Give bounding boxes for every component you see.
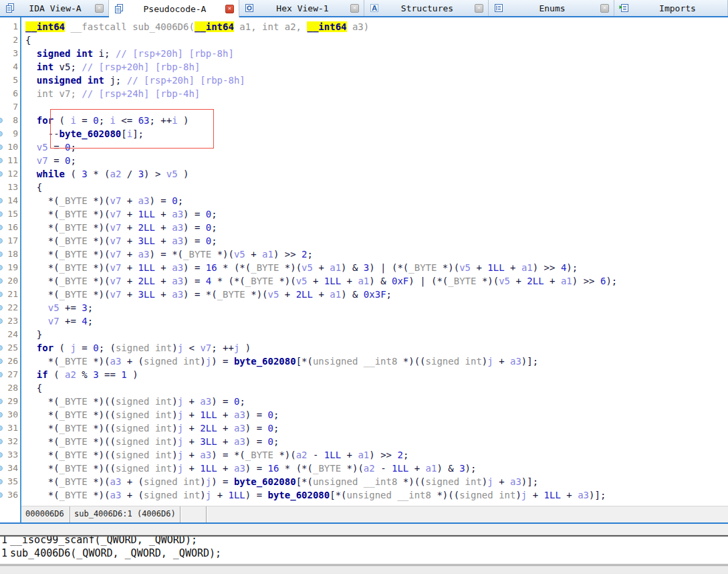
code-line[interactable]: 2{ (0, 33, 728, 47)
code-token[interactable]: v5 (166, 169, 178, 179)
code-token[interactable]: ) = (183, 235, 206, 246)
code-token[interactable]: + (217, 463, 234, 474)
code-token[interactable]: a3 (110, 476, 121, 487)
code-token[interactable]: v7 (110, 209, 121, 219)
code-token[interactable]: j (178, 463, 183, 474)
code-token[interactable]: + (211, 490, 228, 500)
code-token[interactable]: 0 (172, 195, 177, 206)
code-token[interactable]: // [rsp+24h] [rbp-4h] (82, 88, 200, 99)
code-token[interactable]: + (527, 490, 543, 500)
code-token[interactable]: *( (25, 396, 59, 407)
code-line[interactable]: 20 *(_BYTE *)(v7 + 2LL + a3) = 4 * (*(_B… (0, 274, 728, 288)
code-token[interactable]: _BYTE (313, 463, 341, 474)
code-token[interactable]: ) (172, 423, 177, 434)
code-token[interactable]: ) = (211, 396, 234, 407)
code-token[interactable]: _BYTE (59, 356, 88, 367)
code-token[interactable]: _BYTE (59, 235, 88, 246)
code-token[interactable]: unsigned __int8 (313, 476, 397, 487)
code-token[interactable]: signed int (116, 450, 172, 460)
code-token[interactable]: a3 (234, 409, 245, 420)
code-token[interactable]: 2LL (138, 276, 155, 286)
code-token[interactable]: 0 (93, 343, 98, 353)
code-token[interactable]: *( (25, 235, 59, 246)
code-token[interactable]: ) = (245, 490, 268, 500)
code-token[interactable]: j (206, 356, 211, 367)
code-token[interactable]: a3 (234, 423, 245, 434)
code-token[interactable]: 3LL (200, 436, 217, 447)
code-token[interactable]: a1 (262, 249, 273, 260)
code-token[interactable]: *)( (476, 276, 499, 286)
code-token[interactable]: // [rsp+20h] [rbp-8h] (127, 75, 245, 86)
code-token[interactable]: *)(( (88, 463, 116, 474)
code-token[interactable]: 0 (206, 235, 211, 246)
code-token[interactable]: ) (172, 450, 177, 460)
code-token[interactable]: )]; (521, 476, 538, 487)
code-token[interactable]: _BYTE (59, 476, 88, 487)
code-token[interactable]: signed int (116, 396, 172, 407)
code-token[interactable]: *( (25, 276, 59, 286)
code-token[interactable]: v7 (25, 155, 48, 166)
code-line[interactable]: 23 v7 += 4; (0, 314, 728, 328)
code-token[interactable]: ) & (369, 276, 392, 286)
code-token[interactable]: a1 (330, 289, 341, 300)
code-token[interactable]: // [rsp+20h] [rbp-8h] (82, 62, 200, 72)
code-token[interactable]: v5; (53, 62, 82, 72)
code-token[interactable]: ; (211, 209, 217, 219)
code-token[interactable]: ); (465, 463, 477, 474)
code-token[interactable]: signed int (116, 409, 172, 420)
code-token[interactable]: v5 (499, 276, 510, 286)
code-token[interactable]: 2LL (200, 423, 217, 434)
code-token[interactable]: + (217, 409, 234, 420)
code-line[interactable]: 3 signed int i; // [rsp+20h] [rbp-8h] (0, 47, 728, 60)
code-token[interactable]: ) = (149, 195, 172, 206)
code-token[interactable]: a1, int a2, (234, 21, 308, 32)
code-token[interactable]: *( (25, 249, 59, 260)
code-line[interactable]: 22 v5 += 3; (0, 301, 728, 314)
code-token[interactable]: 2LL (138, 222, 155, 233)
code-token[interactable]: ) (200, 476, 205, 487)
code-token[interactable]: ; (88, 302, 93, 313)
code-token[interactable]: a1 (330, 262, 341, 273)
code-token[interactable]: a3 (138, 195, 150, 206)
code-token[interactable]: _BYTE (448, 276, 476, 286)
code-token[interactable]: ) = (245, 423, 268, 434)
code-line[interactable]: 33 *(_BYTE *)((signed int)j + a3) = *(_B… (0, 448, 728, 462)
code-token[interactable]: ) >> (572, 276, 600, 286)
code-line[interactable]: 18 *(_BYTE *)(v7 + a3) = *(_BYTE *)(v5 +… (0, 248, 728, 261)
code-token[interactable]: // [rsp+20h] [rbp-8h] (116, 48, 234, 59)
code-token[interactable]: a2 (110, 169, 121, 179)
code-token[interactable]: unsigned __int8 (347, 490, 431, 500)
code-token[interactable]: byte_602080 (268, 490, 330, 500)
code-token[interactable]: j (178, 396, 183, 407)
code-line[interactable]: 24 } (0, 328, 728, 341)
code-token[interactable]: j (178, 343, 183, 353)
code-token[interactable]: _BYTE (59, 423, 88, 434)
code-token[interactable]: ; (273, 423, 279, 434)
close-tab-button[interactable]: ✕ (350, 4, 359, 13)
code-line[interactable]: 12 while ( 3 * (a2 / 3) > v5 ) (0, 167, 728, 181)
code-token[interactable]: *)( (88, 249, 110, 260)
code-token[interactable]: ) > (144, 169, 166, 179)
code-token[interactable]: *)( (245, 289, 268, 300)
code-token[interactable]: if (25, 369, 48, 380)
code-line[interactable]: 4 int v5; // [rsp+20h] [rbp-8h] (0, 60, 728, 74)
code-token[interactable]: ) & (341, 289, 364, 300)
code-token[interactable]: __int64 (307, 21, 346, 32)
code-token[interactable]: *( (25, 289, 59, 300)
code-token[interactable]: + (493, 356, 510, 367)
code-token[interactable]: = (48, 155, 65, 166)
code-token[interactable]: ) (482, 356, 487, 367)
code-token[interactable]: *)(( (88, 409, 116, 420)
code-token[interactable]: j (178, 436, 183, 447)
code-token[interactable]: = (76, 343, 93, 353)
code-token[interactable]: int (25, 62, 53, 72)
code-token[interactable]: signed int (116, 436, 172, 447)
code-token[interactable]: 1LL (138, 209, 155, 219)
code-token[interactable]: a3 (234, 436, 245, 447)
code-token[interactable]: _BYTE (408, 262, 437, 273)
code-token[interactable]: ) = (183, 209, 206, 219)
code-token[interactable]: 1LL (392, 463, 408, 474)
code-token[interactable]: *)( (88, 276, 110, 286)
code-token[interactable]: _BYTE (59, 276, 88, 286)
code-token[interactable]: } (25, 329, 42, 340)
